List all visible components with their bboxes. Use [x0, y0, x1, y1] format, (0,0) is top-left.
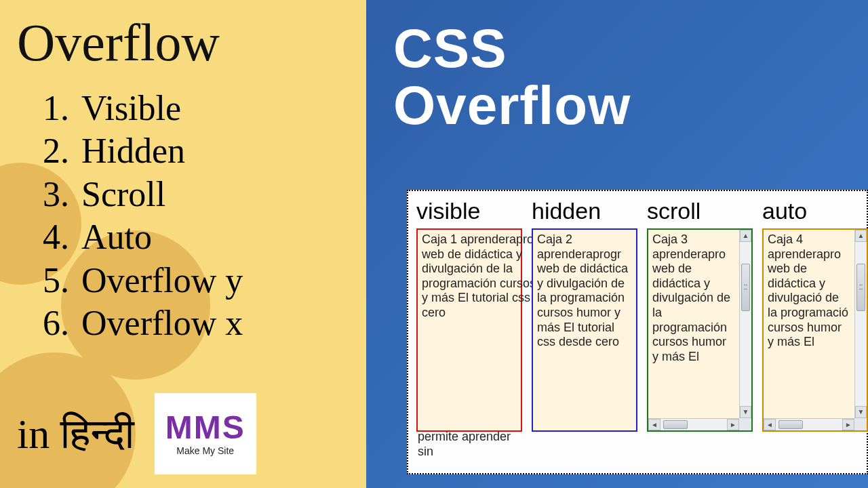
scroll-left-icon[interactable]: ◄ — [648, 419, 660, 430]
scroll-down-icon[interactable]: ▼ — [740, 406, 751, 418]
title-line: CSS — [393, 20, 868, 77]
overflow-list: 1.Visible 2.Hidden 3.Scroll 4.Auto 5.Ove… — [27, 87, 366, 345]
scroll-right-icon[interactable]: ► — [727, 419, 739, 430]
list-label: Overflow x — [81, 302, 243, 344]
horizontal-scrollbar[interactable]: ◄ ► — [764, 418, 867, 430]
right-panel: CSS Overflow visible Caja 1 aprenderapro… — [366, 0, 868, 488]
title-line: Overflow — [393, 77, 868, 134]
right-title: CSS Overflow — [393, 20, 868, 134]
list-label: Overflow y — [81, 259, 243, 302]
list-item: 6.Overflow x — [27, 302, 366, 344]
list-number: 6. — [27, 302, 69, 344]
scroll-thumb[interactable] — [778, 420, 803, 429]
demo-column-hidden: hidden Caja 2 aprenderaprogr web de didá… — [532, 198, 637, 432]
visible-overflow-text: permite aprender sin — [418, 430, 524, 459]
demo-column-visible: visible Caja 1 aprenderaprogramar web de… — [416, 198, 522, 432]
demo-text: Caja 3 aprenderapro web de didáctica y d… — [652, 232, 747, 378]
demo-box-hidden: Caja 2 aprenderaprogr web de didáctica y… — [532, 228, 637, 432]
demo-column-scroll: scroll Caja 3 aprenderapro web de didáct… — [647, 198, 753, 432]
list-number: 5. — [27, 259, 69, 302]
list-item: 5.Overflow y — [27, 259, 366, 302]
demo-text: Caja 2 aprenderaprogr web de didáctica y… — [537, 232, 632, 350]
horizontal-scrollbar[interactable]: ◄ ► — [648, 418, 751, 430]
list-item: 1.Visible — [27, 87, 366, 129]
scroll-right-icon[interactable]: ► — [842, 419, 854, 430]
logo-subtext: Make My Site — [176, 445, 234, 456]
scroll-corner — [854, 418, 867, 430]
column-label: visible — [416, 198, 522, 224]
list-item: 4.Auto — [27, 216, 366, 258]
scroll-thumb[interactable] — [663, 420, 688, 429]
vertical-scrollbar[interactable]: ▲ ▼ — [739, 230, 751, 418]
logo-text: MMS — [165, 411, 245, 444]
column-label: scroll — [647, 198, 753, 224]
footer-hindi: हिन्दी — [60, 411, 134, 457]
list-number: 3. — [27, 173, 69, 216]
language-label: in हिन्दी — [17, 410, 134, 458]
overflow-demo: visible Caja 1 aprenderaprogramar web de… — [407, 190, 868, 474]
demo-box-visible: Caja 1 aprenderaprogramar web de didácti… — [416, 228, 522, 432]
scroll-corner — [739, 418, 751, 430]
column-label: hidden — [532, 198, 637, 224]
footer-prefix: in — [17, 411, 60, 457]
list-label: Visible — [81, 87, 181, 129]
list-item: 3.Scroll — [27, 173, 366, 216]
scroll-down-icon[interactable]: ▼ — [855, 406, 867, 418]
demo-text: Caja 4 aprenderapro web de didáctica y d… — [768, 232, 863, 363]
scroll-up-icon[interactable]: ▲ — [855, 230, 867, 242]
logo: MMS Make My Site — [155, 393, 256, 474]
demo-column-auto: auto Caja 4 aprenderapro web de didáctic… — [762, 198, 868, 432]
scroll-thumb[interactable] — [856, 264, 865, 311]
demo-box-auto: Caja 4 aprenderapro web de didáctica y d… — [762, 228, 868, 432]
scroll-thumb[interactable] — [741, 264, 750, 311]
list-number: 1. — [27, 87, 69, 129]
list-label: Auto — [81, 216, 152, 258]
list-number: 4. — [27, 216, 69, 258]
list-item: 2.Hidden — [27, 129, 366, 172]
column-label: auto — [762, 198, 868, 224]
left-title: Overflow — [17, 12, 366, 73]
scroll-up-icon[interactable]: ▲ — [740, 230, 751, 242]
footer-row: in हिन्दी MMS Make My Site — [17, 393, 256, 474]
list-label: Hidden — [81, 129, 185, 172]
left-panel: Overflow 1.Visible 2.Hidden 3.Scroll 4.A… — [0, 0, 366, 488]
list-label: Scroll — [81, 173, 165, 216]
vertical-scrollbar[interactable]: ▲ ▼ — [854, 230, 867, 418]
demo-box-scroll: Caja 3 aprenderapro web de didáctica y d… — [647, 228, 753, 432]
list-number: 2. — [27, 129, 69, 172]
scroll-left-icon[interactable]: ◄ — [764, 419, 776, 430]
